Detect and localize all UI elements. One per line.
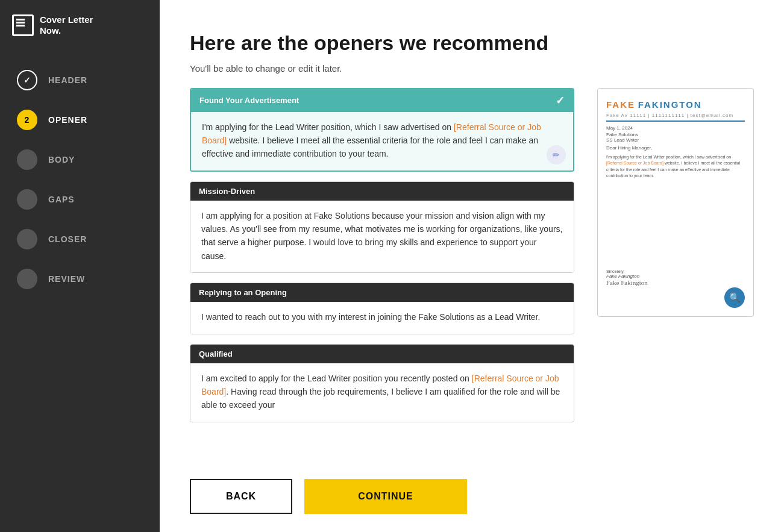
logo-text: Cover Letter Now. bbox=[40, 14, 93, 36]
sidebar-label-closer: CLOSER bbox=[48, 234, 87, 244]
page-subtitle: You'll be able to change or edit it late… bbox=[190, 63, 754, 74]
sidebar-item-header[interactable]: ✓ HEADER bbox=[0, 60, 160, 100]
left-panel: Found Your Advertisement ✓ I'm applying … bbox=[190, 88, 579, 515]
nav-circle-review bbox=[17, 269, 37, 289]
back-button[interactable]: BACK bbox=[190, 479, 292, 514]
nav-circle-closer bbox=[17, 229, 37, 249]
preview-company: Fake Solutions bbox=[606, 132, 745, 137]
option-mission-driven[interactable]: Mission-Driven I am applying for a posit… bbox=[190, 181, 574, 274]
option-header-found-ad: Found Your Advertisement ✓ bbox=[191, 89, 573, 112]
sidebar-item-closer[interactable]: CLOSER bbox=[0, 219, 160, 259]
sidebar-label-header: HEADER bbox=[48, 75, 87, 85]
sidebar: Cover Letter Now. ✓ HEADER 2 OPENER BODY… bbox=[0, 0, 160, 532]
nav-circle-gaps bbox=[17, 189, 37, 210]
option-label-replying-opening: Replying to an Opening bbox=[199, 288, 287, 297]
zoom-icon: 🔍 bbox=[729, 292, 741, 303]
checkmark-found-ad: ✓ bbox=[556, 94, 565, 107]
logo-line2: Now. bbox=[40, 25, 93, 36]
preview-panel: FAKE FAKINGTON Fake Av 11111 | 111111111… bbox=[597, 88, 754, 515]
option-header-mission-driven: Mission-Driven bbox=[190, 182, 574, 201]
logo-line1: Cover Letter bbox=[40, 14, 93, 25]
nav-circle-opener: 2 bbox=[17, 110, 37, 130]
sidebar-item-opener[interactable]: 2 OPENER bbox=[0, 100, 160, 140]
preview-signature: Fake Fakington bbox=[606, 279, 648, 286]
option-label-mission-driven: Mission-Driven bbox=[199, 187, 255, 196]
sidebar-label-gaps: GAPS bbox=[48, 195, 75, 204]
option-label-qualified: Qualified bbox=[199, 349, 233, 358]
option-found-ad[interactable]: Found Your Advertisement ✓ I'm applying … bbox=[190, 88, 574, 172]
option-body-found-ad: I'm applying for the Lead Writer positio… bbox=[191, 112, 573, 171]
page-title: Here are the openers we recommend bbox=[190, 30, 754, 56]
sidebar-label-body: BODY bbox=[48, 155, 75, 164]
preview-last-name: FAKINGTON bbox=[638, 101, 702, 110]
option-body-qualified: I am excited to apply for the Lead Write… bbox=[190, 363, 574, 422]
sidebar-item-gaps[interactable]: GAPS bbox=[0, 180, 160, 219]
preview-dots: Fake Av 11111 | 1111111111 | test@email.… bbox=[606, 113, 745, 118]
footer-bar: BACK CONTINUE bbox=[190, 465, 579, 514]
preview-greeting: Dear Hiring Manager, bbox=[606, 145, 745, 151]
sidebar-item-review[interactable]: REVIEW bbox=[0, 259, 160, 299]
nav-items: ✓ HEADER 2 OPENER BODY GAPS CLOSER REVIE… bbox=[0, 54, 160, 305]
preview-card: FAKE FAKINGTON Fake Av 11111 | 111111111… bbox=[597, 88, 754, 317]
preview-body-text: I'm applying for the Lead Writer positio… bbox=[606, 154, 745, 180]
zoom-button[interactable]: 🔍 bbox=[724, 287, 745, 308]
logo-area: Cover Letter Now. bbox=[0, 0, 160, 54]
preview-sincerely: Sincerely, bbox=[606, 269, 648, 274]
option-body-mission-driven: I am applying for a position at Fake Sol… bbox=[190, 201, 574, 273]
preview-role: SS Lead Writer bbox=[606, 137, 745, 143]
preview-date: May 1, 2024 bbox=[606, 125, 745, 131]
option-qualified[interactable]: Qualified I am excited to apply for the … bbox=[190, 344, 574, 422]
preview-sig-name: Fake Fakington bbox=[606, 274, 648, 279]
edit-button-found-ad[interactable]: ✏ bbox=[547, 145, 566, 164]
nav-circle-body bbox=[17, 149, 37, 170]
sidebar-item-body[interactable]: BODY bbox=[0, 140, 160, 180]
options-scroll: Found Your Advertisement ✓ I'm applying … bbox=[190, 88, 579, 463]
main-content: Here are the openers we recommend You'll… bbox=[160, 0, 784, 532]
preview-footer: Sincerely, Fake Fakington Fake Fakington bbox=[606, 269, 648, 286]
option-replying-opening[interactable]: Replying to an Opening I wanted to reach… bbox=[190, 283, 574, 334]
nav-circle-header: ✓ bbox=[17, 70, 37, 90]
option-body-replying-opening: I wanted to reach out to you with my int… bbox=[190, 302, 574, 333]
sidebar-label-review: REVIEW bbox=[48, 274, 85, 284]
sidebar-label-opener: OPENER bbox=[48, 115, 87, 125]
logo-icon bbox=[12, 14, 34, 36]
option-header-qualified: Qualified bbox=[190, 345, 574, 363]
content-area: Found Your Advertisement ✓ I'm applying … bbox=[190, 88, 754, 515]
option-label-found-ad: Found Your Advertisement bbox=[199, 96, 299, 105]
option-header-replying-opening: Replying to an Opening bbox=[190, 283, 574, 302]
continue-button[interactable]: CONTINUE bbox=[304, 479, 467, 514]
preview-first-name: FAKE bbox=[606, 101, 638, 110]
